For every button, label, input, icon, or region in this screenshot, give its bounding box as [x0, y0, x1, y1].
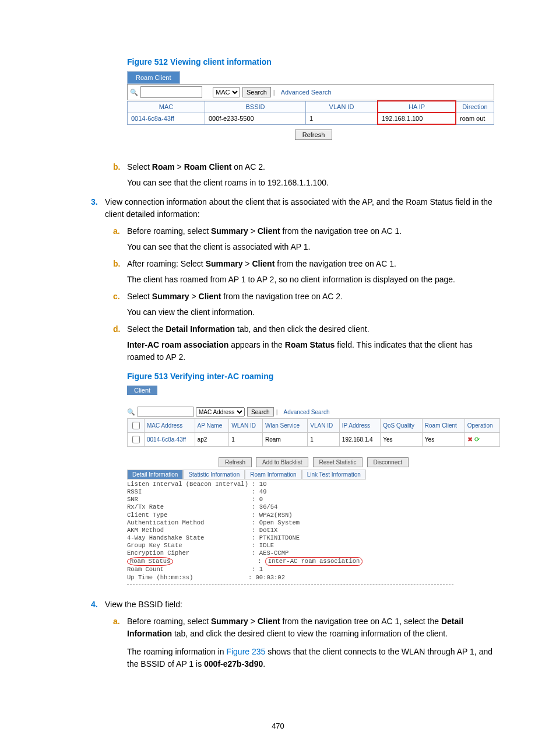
tab-roam-info[interactable]: Roam Information	[245, 470, 301, 480]
text: tab, and then click the desired client.	[235, 324, 369, 334]
advanced-search-link[interactable]: Advanced Search	[281, 89, 332, 96]
col-haip: HA IP	[378, 101, 456, 113]
search-field-select[interactable]: MAC	[213, 87, 240, 97]
cell-vlanid: 1	[308, 433, 340, 447]
text: The client has roamed from AP 1 to AP 2,…	[127, 274, 498, 286]
nav-summary: Summary	[152, 292, 189, 301]
search-row: 🔍 MAC Address Search | Advanced Search	[127, 407, 500, 417]
text: After roaming: Select	[127, 259, 206, 268]
search-input[interactable]	[138, 407, 193, 417]
refresh-button[interactable]: Refresh	[219, 457, 252, 467]
detail-tabs: Detail Information Statistic Information…	[127, 470, 500, 480]
nav-client: Client	[258, 617, 280, 626]
step-letter-a: a.	[113, 615, 127, 670]
cell-ip: 192.168.1.4	[339, 433, 380, 447]
select-all-checkbox[interactable]	[132, 422, 140, 429]
step-letter-c: c.	[113, 290, 127, 318]
figure-513: Client 🔍 MAC Address Search | Advanced S…	[127, 386, 500, 584]
search-button[interactable]: Search	[247, 407, 274, 416]
col-wlanid: WLAN ID	[229, 419, 263, 433]
nav-client: Client	[199, 292, 221, 301]
roam-client-table: MAC BSSID VLAN ID HA IP Direction 0014-6…	[127, 100, 494, 125]
cell-wlanid: 1	[229, 433, 263, 447]
divider-line	[127, 584, 453, 584]
text: tab, and click the desired client to vie…	[172, 629, 448, 638]
figure-235-link[interactable]: Figure 235	[226, 647, 265, 656]
text: You can see that the client is associate…	[127, 241, 498, 253]
cell-haip: 192.168.1.100	[378, 113, 456, 124]
add-blacklist-button[interactable]: Add to Blacklist	[256, 457, 308, 467]
field-inter-ac-roam: Inter-AC roam association	[127, 340, 228, 349]
reset-statistic-button[interactable]: Reset Statistic	[313, 457, 363, 467]
tab-detail-information: Detail Information	[166, 324, 235, 334]
col-direction: Direction	[456, 101, 494, 113]
step-letter-d: d.	[113, 323, 127, 363]
col-apname: AP Name	[195, 419, 229, 433]
text: from the navigation tree on AC 1.	[275, 259, 396, 268]
search-icon: 🔍	[127, 408, 135, 416]
row-checkbox[interactable]	[132, 436, 140, 443]
cell-bssid: 000f-e233-5500	[205, 113, 306, 124]
disconnect-button[interactable]: Disconnect	[367, 457, 409, 467]
roam-status-value-highlight: Inter-AC roam association	[265, 557, 363, 566]
search-button[interactable]: Search	[242, 87, 271, 97]
text: Before roaming, select	[127, 617, 211, 626]
col-qos: QoS Quality	[381, 419, 423, 433]
figure-513-title: Figure 513 Verifying inter-AC roaming	[127, 372, 498, 381]
figure-512: Roam Client 🔍 MAC Search | Advanced Sear…	[127, 71, 500, 140]
col-mac: MAC	[128, 101, 205, 113]
field-roam-status: Roam Status	[285, 340, 335, 349]
text: .	[263, 659, 265, 668]
tab-detail-info[interactable]: Detail Information	[127, 470, 183, 480]
text: Select	[127, 292, 152, 301]
text: >	[189, 292, 199, 301]
cell-direction: roam out	[456, 113, 494, 124]
text: Select	[127, 162, 152, 172]
text: >	[248, 617, 258, 626]
step-number-4: 4.	[91, 598, 105, 611]
roam-status-highlight: Roam Status	[127, 557, 173, 566]
text: from the navigation tree on AC 1, select…	[280, 617, 441, 626]
text: from the navigation tree on AC 1.	[280, 226, 402, 236]
nav-client: Client	[258, 226, 280, 236]
col-roam: Roam Client	[422, 419, 464, 433]
action-buttons: Refresh Add to Blacklist Reset Statistic…	[127, 457, 500, 467]
tab-statistic-info[interactable]: Statistic Information	[183, 470, 245, 480]
search-icon: 🔍	[130, 89, 138, 96]
advanced-search-link[interactable]: Advanced Search	[284, 409, 330, 415]
figure-512-title: Figure 512 Viewing client information	[127, 57, 498, 66]
search-row: 🔍 MAC Search | Advanced Search	[127, 84, 494, 100]
cell-operation[interactable]: ✖ ⟳	[464, 433, 499, 447]
nav-summary: Summary	[206, 259, 243, 268]
text: appears in the	[228, 340, 285, 349]
text: The roaming information in	[127, 647, 226, 656]
refresh-button[interactable]: Refresh	[295, 130, 333, 140]
nav-roam: Roam	[152, 162, 175, 172]
search-input[interactable]	[140, 86, 202, 98]
tab-client[interactable]: Client	[127, 386, 157, 395]
col-wlanservice: Wlan Service	[263, 419, 308, 433]
nav-roam-client: Roam Client	[184, 162, 232, 172]
text: You can see that the client roams in to …	[127, 177, 498, 189]
table-row: 0014-6c8a-43ff 000f-e233-5500 1 192.168.…	[128, 113, 494, 124]
tab-roam-client[interactable]: Roam Client	[127, 71, 180, 84]
search-field-select[interactable]: MAC Address	[196, 407, 245, 416]
cell-mac[interactable]: 0014-6c8a-43ff	[145, 433, 195, 447]
step-letter-b: b.	[113, 161, 127, 189]
refresh-icon[interactable]: ⟳	[474, 436, 480, 443]
divider: |	[276, 408, 278, 415]
col-bssid: BSSID	[205, 101, 306, 113]
text: Select the	[127, 324, 166, 334]
nav-summary: Summary	[211, 617, 248, 626]
text: >	[175, 162, 184, 172]
cell-mac[interactable]: 0014-6c8a-43ff	[128, 113, 205, 124]
disconnect-icon[interactable]: ✖	[467, 436, 473, 443]
cell-roam: Yes	[422, 433, 464, 447]
cell-qos: Yes	[381, 433, 423, 447]
text: You can view the client information.	[127, 306, 498, 318]
col-operation: Operation	[464, 419, 499, 433]
tab-linktest-info[interactable]: Link Test Information	[302, 470, 366, 480]
step-number-3: 3.	[91, 196, 105, 220]
nav-client: Client	[252, 259, 275, 268]
page-number: 470	[0, 722, 556, 730]
